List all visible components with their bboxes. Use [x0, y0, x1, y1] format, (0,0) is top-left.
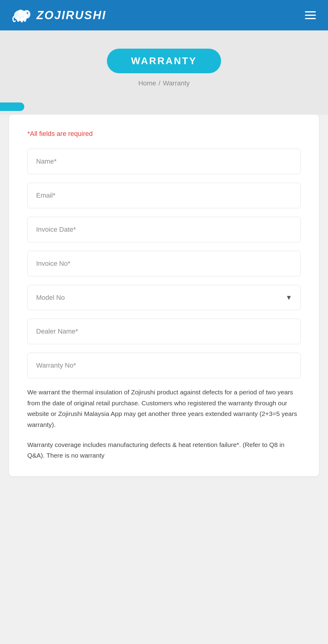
- logo-container: ZOJIRUSHI: [12, 7, 106, 24]
- email-input[interactable]: [27, 183, 301, 208]
- warranty-paragraph-1: We warrant the thermal insulation of Zoj…: [27, 387, 301, 430]
- logo-text: ZOJIRUSHI: [36, 9, 106, 22]
- hamburger-menu-button[interactable]: [305, 11, 316, 19]
- warranty-no-field-group: [27, 353, 301, 378]
- breadcrumb: Home / Warranty: [138, 79, 190, 87]
- site-header: ZOJIRUSHI: [0, 0, 328, 30]
- breadcrumb-current: Warranty: [163, 79, 190, 87]
- dealer-name-field-group: [27, 319, 301, 344]
- warranty-no-input[interactable]: [27, 353, 301, 378]
- required-note: *All fields are required: [27, 130, 301, 138]
- invoice-no-input[interactable]: [27, 251, 301, 276]
- tab-bar: [0, 99, 328, 115]
- dealer-name-input[interactable]: [27, 319, 301, 344]
- svg-point-6: [18, 9, 23, 17]
- invoice-date-input[interactable]: [27, 217, 301, 242]
- model-no-select[interactable]: Model No: [27, 285, 301, 310]
- svg-point-5: [27, 12, 28, 14]
- elephant-logo-icon: [12, 7, 33, 24]
- svg-point-2: [17, 16, 20, 22]
- email-field-group: [27, 183, 301, 208]
- name-input[interactable]: [27, 149, 301, 174]
- breadcrumb-home[interactable]: Home: [138, 79, 156, 87]
- breadcrumb-separator: /: [159, 79, 160, 87]
- svg-point-4: [23, 16, 26, 22]
- name-field-group: [27, 149, 301, 174]
- invoice-no-field-group: [27, 251, 301, 276]
- main-form-card: *All fields are required Model No ▼ We w…: [9, 115, 319, 476]
- model-no-field-group: Model No ▼: [27, 285, 301, 310]
- tab-active[interactable]: [0, 102, 24, 111]
- warranty-paragraph-2: Warranty coverage includes manufacturing…: [27, 439, 301, 461]
- page-banner: WARRANTY Home / Warranty: [0, 30, 328, 99]
- page-badge: WARRANTY: [107, 49, 221, 73]
- invoice-date-field-group: [27, 217, 301, 242]
- svg-point-3: [20, 17, 23, 23]
